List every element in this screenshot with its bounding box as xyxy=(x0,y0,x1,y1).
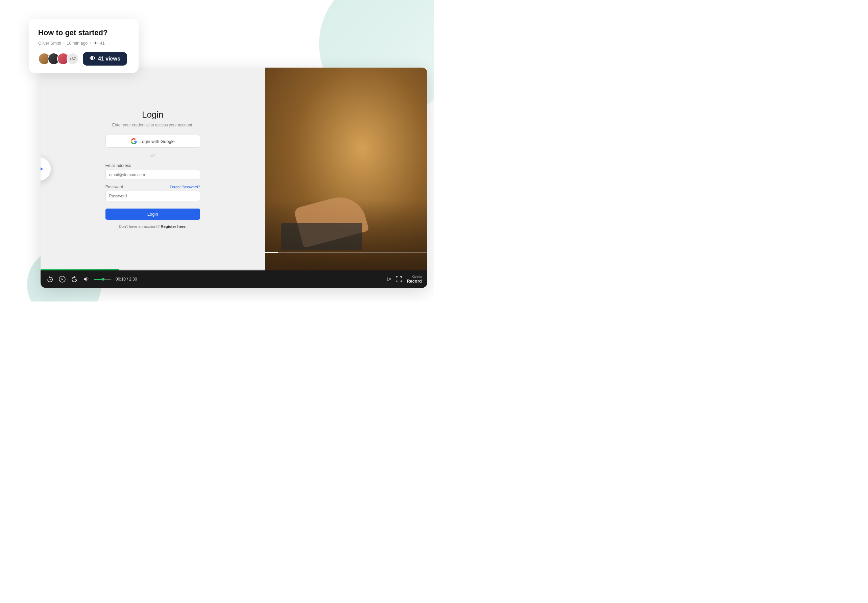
login-form-section: Login Enter your credential to access yo… xyxy=(40,68,265,271)
play-button[interactable] xyxy=(40,157,51,181)
scene: How to get started? Oliver Smith • 10 mi… xyxy=(0,0,434,302)
register-text: Don't have an account? Register here. xyxy=(105,224,200,229)
play-pause-button[interactable] xyxy=(59,276,66,283)
brand-small: Kiveto xyxy=(411,275,422,278)
svg-text:10: 10 xyxy=(49,278,52,281)
forward-icon: 10 xyxy=(71,275,78,283)
badge-eye-icon: 👁 xyxy=(90,56,95,62)
rewind-icon: 10 xyxy=(46,275,54,283)
login-button[interactable]: Login xyxy=(105,209,200,220)
play-button-overlay xyxy=(40,157,51,181)
play-triangle-icon xyxy=(40,165,43,173)
progress-fill xyxy=(40,269,119,271)
video-progress-fill xyxy=(265,252,278,253)
info-card: How to get started? Oliver Smith • 10 mi… xyxy=(29,19,139,73)
meta-dot-1: • xyxy=(63,41,65,46)
fullscreen-icon xyxy=(396,276,402,282)
forward-button[interactable]: 10 xyxy=(70,275,79,283)
info-card-views: 41 xyxy=(100,41,105,46)
play-pause-icon xyxy=(59,276,66,283)
fullscreen-button[interactable] xyxy=(396,276,402,282)
player-card: Login Enter your credential to access yo… xyxy=(40,68,427,288)
speed-control[interactable]: 1× xyxy=(387,277,391,281)
rewind-button[interactable]: 10 xyxy=(46,275,54,283)
svg-text:10: 10 xyxy=(74,278,76,281)
laptop-shape xyxy=(281,223,362,250)
password-input[interactable] xyxy=(105,191,200,201)
google-login-button[interactable]: Login with Google xyxy=(105,135,200,148)
video-progress xyxy=(265,252,427,253)
volume-track xyxy=(94,279,111,280)
password-label-row: Password Forgot Password? xyxy=(105,184,200,189)
email-form-group: Email address xyxy=(105,163,200,180)
views-badge-label: 41 views xyxy=(98,56,120,62)
info-card-bottom: +37 👁 41 views xyxy=(38,52,129,66)
volume-dot xyxy=(102,278,105,281)
info-card-author: Oliver Smith xyxy=(38,41,61,46)
eye-icon-meta: 👁 xyxy=(93,40,98,46)
volume-button[interactable] xyxy=(83,276,89,282)
progress-bar-area xyxy=(40,269,265,271)
password-label: Password xyxy=(105,184,124,189)
email-label: Email address xyxy=(105,163,200,168)
video-controls-bar: 10 10 xyxy=(40,271,427,288)
brand-logo: Kiveto Record xyxy=(407,275,422,284)
volume-slider[interactable] xyxy=(94,279,111,280)
info-card-title: How to get started? xyxy=(38,28,129,38)
register-link[interactable]: Register here. xyxy=(161,224,187,229)
info-card-meta: Oliver Smith • 10 min ago • 👁 41 xyxy=(38,40,129,46)
login-subtitle: Enter your credential to access your acc… xyxy=(105,123,200,127)
password-form-group: Password Forgot Password? xyxy=(105,184,200,201)
login-form-box: Login Enter your credential to access yo… xyxy=(105,110,200,229)
or-divider: Or xyxy=(105,153,200,158)
views-badge: 👁 41 views xyxy=(83,52,127,66)
login-title: Login xyxy=(105,110,200,120)
avatar-plus: +37 xyxy=(66,53,79,65)
meta-dot-2: • xyxy=(90,41,91,46)
email-input[interactable] xyxy=(105,170,200,180)
forgot-password-link[interactable]: Forgot Password? xyxy=(170,185,200,189)
volume-icon xyxy=(83,276,89,282)
google-login-label: Login with Google xyxy=(140,139,175,144)
login-area: Login Enter your credential to access yo… xyxy=(40,68,427,271)
info-card-time: 10 min ago xyxy=(66,41,88,46)
time-display: 00:10 / 2:30 xyxy=(116,277,137,281)
video-section xyxy=(265,68,427,271)
avatar-group: +37 xyxy=(38,53,79,65)
google-icon xyxy=(131,138,137,144)
brand-large: Record xyxy=(407,278,422,284)
